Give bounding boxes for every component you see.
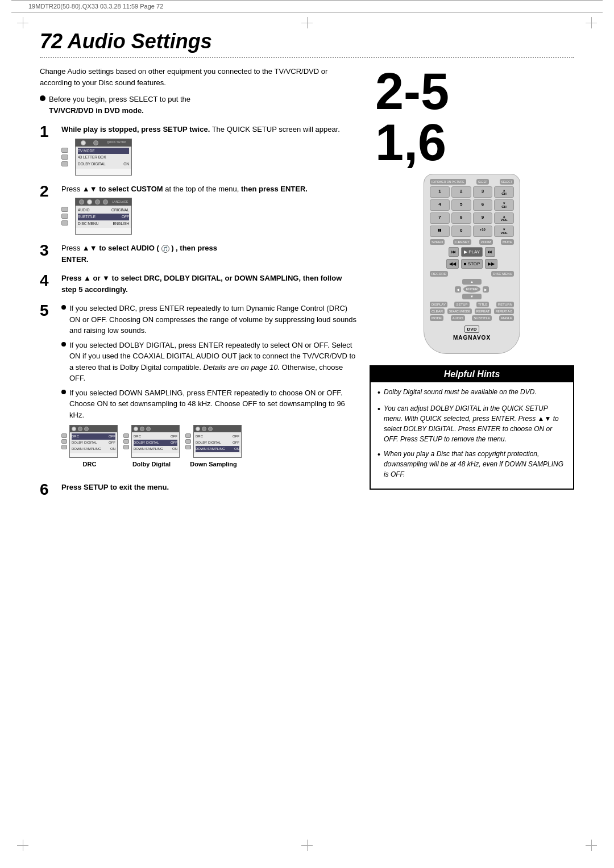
angle-btn[interactable]: ANGLE xyxy=(499,315,514,321)
num-10-btn[interactable]: ▮▮ xyxy=(430,226,450,237)
ch-up-btn[interactable]: ▲CH xyxy=(494,186,514,198)
setup-btn[interactable]: SETUP xyxy=(454,302,469,307)
screen-downsampling: DRCOFF DOLBY DIGITALOFF DOWN SAMPLINGON xyxy=(193,425,242,458)
back-btn[interactable]: ◀◀ xyxy=(446,259,459,269)
step-5-text-1: If you selected DRC, press ENTER repeate… xyxy=(69,303,358,336)
display-btn[interactable]: DISPLAY xyxy=(430,302,447,307)
step-2: 2 Press ▲▼ to select CUSTOM at the top o… xyxy=(40,183,358,235)
step-5-text-2: If you selected DOLBY DIGITAL, press ENT… xyxy=(69,340,358,384)
play-btn[interactable]: ▶ PLAY xyxy=(461,247,483,257)
hint-item-3: • When you play a Disc that has copyrigh… xyxy=(377,449,566,479)
num-6-btn[interactable]: 6 xyxy=(473,199,493,211)
plus10-btn[interactable]: +10 xyxy=(473,226,493,237)
crosshair-center-bottom xyxy=(301,840,313,851)
step-5-bullet-2: If you selected DOLBY DIGITAL, press ENT… xyxy=(61,340,358,384)
power-on-picture-btn[interactable]: ID/POWER ON PICTURE xyxy=(430,179,466,185)
screen2-icon-1 xyxy=(79,199,84,205)
helpful-hints-title: Helpful Hints xyxy=(371,366,573,382)
step-3-number: 3 xyxy=(40,243,56,265)
step-5-content: If you selected DRC, press ENTER repeate… xyxy=(61,303,358,474)
screen-icon-2 xyxy=(93,140,98,145)
mode-btn[interactable]: MODE xyxy=(430,315,443,321)
nav-right-btn[interactable]: ▶ xyxy=(483,286,489,293)
hint-bullet-2: • xyxy=(377,403,380,444)
helpful-hints-body: • Dolby Digital sound must be available … xyxy=(371,382,573,489)
mute-btn[interactable]: MUTE xyxy=(501,239,514,245)
rewind-btn[interactable]: ⏮ xyxy=(449,247,459,257)
screen-drc-item: DRCOFF DOLBY DIGITALOFF DOWN SAMPLINGON xyxy=(61,425,118,469)
num-7-btn[interactable]: 7 xyxy=(430,212,450,224)
hint-item-1: • Dolby Digital sound must be available … xyxy=(377,387,566,399)
page-number: 72 xyxy=(40,30,63,53)
ffwd-btn[interactable]: ⏭ xyxy=(485,247,495,257)
step-4: 4 Press ▲ or ▼ to select DRC, DOLBY DIGI… xyxy=(40,273,358,295)
header-bar: 19MDTR20(50-80).QX33 03.3.28 11:59 Page … xyxy=(11,0,603,12)
stop-btn[interactable]: ■ STOP xyxy=(461,259,483,269)
vol-up-btn[interactable]: ▲VOL xyxy=(494,212,514,224)
screen-row-letterbox: 43 LETTER BOX xyxy=(78,154,129,161)
repeat-btn[interactable]: REPEAT xyxy=(475,308,492,314)
record-btn[interactable]: RECORD xyxy=(430,271,448,277)
num-1-btn[interactable]: 1 xyxy=(430,186,450,198)
step-1-text: The QUICK SETUP screen will appear. xyxy=(212,125,340,133)
step-5: 5 If you selected DRC, press ENTER repea… xyxy=(40,303,358,474)
search-mode-btn[interactable]: SEARCH/MODE xyxy=(447,308,472,314)
repeat-ab-btn[interactable]: REPEAT A-B xyxy=(494,308,514,314)
crosshair-bl xyxy=(17,840,28,851)
num-3-btn[interactable]: 3 xyxy=(473,186,493,198)
audio-btn[interactable]: AUDIO xyxy=(451,315,465,321)
remote-mode-row: MODE AUDIO SUBTITLE ANGLE xyxy=(430,315,514,321)
screen-icon-1 xyxy=(81,140,86,145)
remote-top-row: ID/POWER ON PICTURE SLEEP SELECT xyxy=(430,179,514,185)
remote-num-grid: 1 2 3 ▲CH 4 5 6 ▼CH 7 8 9 ▲VOL ▮▮ 0 xyxy=(430,186,514,237)
dvd-logo: DVD xyxy=(464,326,480,333)
step-1: 1 While play is stopped, press SETUP twi… xyxy=(40,124,358,176)
title-btn[interactable]: TITLE xyxy=(476,302,489,307)
nav-up-btn[interactable]: ▲ xyxy=(462,279,482,285)
num-8-btn[interactable]: 8 xyxy=(451,212,471,224)
page-title-text: Audio Settings xyxy=(68,30,212,53)
sleep-btn[interactable]: SLEEP xyxy=(476,179,489,185)
nav-left-btn[interactable]: ◀ xyxy=(455,286,461,293)
num-0-btn[interactable]: 0 xyxy=(451,226,471,237)
ch-down-btn[interactable]: ▼CH xyxy=(494,199,514,211)
nav-down-btn[interactable]: ▼ xyxy=(462,294,482,299)
num-2-btn[interactable]: 2 xyxy=(451,186,471,198)
num-5-btn[interactable]: 5 xyxy=(451,199,471,211)
remote-transport-2: ◀◀ ■ STOP ▶▶ xyxy=(430,259,514,269)
large-step-numbers: 2-5 1,6 xyxy=(375,66,449,168)
screen2-row-subtitle: SUBTITLEOFF xyxy=(78,214,129,220)
step-5-number: 5 xyxy=(40,303,56,474)
remote-nav-pad: ▲ ◀ ENTER ▶ ▼ xyxy=(430,279,514,299)
vol-down-btn[interactable]: ▼VOL xyxy=(494,226,514,237)
screen-row-dolby: DOLBY DIGITALON xyxy=(78,161,129,168)
title-dots xyxy=(40,57,574,58)
step-6-content: Press SETUP to exit the menu. xyxy=(61,482,358,498)
sub-bullet-circle-1 xyxy=(61,305,66,310)
bullet-bold-before: Before you begin, press SELECT to put th… xyxy=(49,95,190,103)
hint-bullet-3: • xyxy=(377,449,380,479)
screen-dolby: DRCOFF DOLBY DIGITALOFF DOWN SAMPLINGON xyxy=(131,425,180,458)
step-4-number: 4 xyxy=(40,273,56,295)
hint-text-2: You can adjust DOLBY DIGITAL in the QUIC… xyxy=(384,403,566,444)
return-btn[interactable]: RETURN xyxy=(496,302,514,307)
speed-btn[interactable]: SPEED xyxy=(430,239,445,245)
num-4-btn[interactable]: 4 xyxy=(430,199,450,211)
two-col-layout: Change Audio settings based on other equ… xyxy=(40,66,574,506)
step-4-content: Press ▲ or ▼ to select DRC, DOLBY DIGITA… xyxy=(61,273,358,295)
disc-menu-btn[interactable]: DISC MENU xyxy=(491,271,514,277)
creset-btn[interactable]: C.RESET xyxy=(453,239,471,245)
step-1-content: While play is stopped, press SETUP twice… xyxy=(61,124,358,176)
num-9-btn[interactable]: 9 xyxy=(473,212,493,224)
page-title: 72 Audio Settings xyxy=(40,30,574,53)
bullet-bold-item: Before you begin, press SELECT to put th… xyxy=(40,94,358,116)
clear-btn[interactable]: CLEAR xyxy=(430,308,445,314)
fwd-btn[interactable]: ▶▶ xyxy=(485,259,497,269)
remote-brand: MAGNAVOX xyxy=(430,335,514,341)
subtitle-btn[interactable]: SUBTITLE xyxy=(472,315,492,321)
zoom-btn[interactable]: ZOOM xyxy=(479,239,493,245)
enter-btn[interactable]: ENTER xyxy=(463,286,480,293)
step-6-number: 6 xyxy=(40,482,56,498)
right-col: 2-5 1,6 ID/POWER ON PICTURE SLEEP SELECT… xyxy=(370,66,574,506)
select-btn[interactable]: SELECT xyxy=(500,179,514,185)
